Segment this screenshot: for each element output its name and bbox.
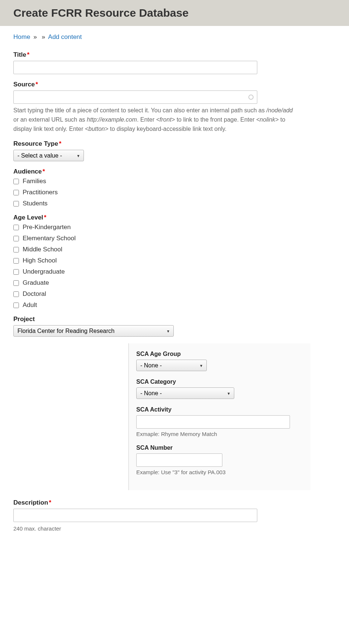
sca-category-field: SCA Category - None - [136,379,310,399]
audience-label: Audience* [13,168,336,175]
description-input[interactable] [13,509,257,522]
sca-age-group-select-wrapper: - None - [136,360,207,371]
project-field-group: Project Florida Center for Reading Resea… [13,316,336,337]
sca-activity-field: SCA Activity Exmaple: Rhyme Memory Match [136,406,310,437]
required-marker: * [27,51,30,58]
required-marker: * [43,168,45,175]
audience-option-label[interactable]: Practitioners [23,189,58,196]
description-label: Description* [13,499,336,506]
description-label-text: Description [13,499,48,506]
resource-type-label: Resource Type* [13,140,336,148]
audience-label-text: Audience [13,168,42,175]
title-label: Title* [13,51,336,59]
audience-checkbox[interactable] [13,190,19,195]
page-header: Create FCRR Resource Database [0,0,349,26]
description-field-group: Description* 240 max. character [13,499,336,533]
age-level-option-label[interactable]: Doctoral [23,290,46,298]
age-level-option-label[interactable]: Graduate [23,279,49,287]
autocomplete-spinner-icon [248,95,254,100]
sca-activity-input[interactable] [136,415,290,429]
breadcrumb-separator: » [42,33,45,40]
sca-number-input[interactable] [136,453,222,467]
title-field-group: Title* [13,51,336,74]
age-level-row: Middle School [13,246,336,253]
project-select[interactable]: Florida Center for Reading Research [13,325,174,337]
age-level-row: Doctoral [13,290,336,298]
audience-options: FamiliesPractitionersStudents [13,178,336,207]
age-level-row: Pre-Kindergarten [13,224,336,231]
age-level-option-label[interactable]: Undergraduate [23,268,65,275]
age-level-checkbox[interactable] [13,247,19,252]
audience-checkbox[interactable] [13,179,19,184]
breadcrumb-separator: » [33,33,37,40]
required-marker: * [36,81,38,88]
audience-checkbox[interactable] [13,201,19,207]
audience-option-label[interactable]: Families [23,178,46,185]
age-level-row: Undergraduate [13,268,336,275]
audience-field-group: Audience* FamiliesPractitionersStudents [13,168,336,207]
age-level-option-label[interactable]: Elementary School [23,235,76,242]
source-input[interactable] [13,90,257,104]
age-level-row: Graduate [13,279,336,287]
description-help: 240 max. character [13,524,296,533]
source-label: Source* [13,81,336,88]
title-input[interactable] [13,61,257,74]
sca-age-group-select[interactable]: - None - [136,360,207,371]
source-help-text: Start typing the title of a piece of con… [13,106,296,133]
age-level-checkbox[interactable] [13,291,19,297]
sca-age-group-label: SCA Age Group [136,351,310,357]
sca-category-select-wrapper: - None - [136,387,234,399]
audience-option-label[interactable]: Students [23,200,48,207]
age-level-checkbox[interactable] [13,225,19,230]
age-level-checkbox[interactable] [13,303,19,308]
age-level-label: Age Level* [13,214,336,221]
age-level-row: High School [13,257,336,264]
age-level-option-label[interactable]: Middle School [23,246,62,253]
required-marker: * [44,214,46,221]
sca-activity-help: Exmaple: Rhyme Memory Match [136,431,310,437]
audience-row: Practitioners [13,189,336,196]
age-level-label-text: Age Level [13,214,43,221]
sca-activity-label: SCA Activity [136,406,310,413]
sca-category-label: SCA Category [136,379,310,385]
project-label: Project [13,316,336,323]
age-level-row: Adult [13,301,336,309]
breadcrumb-add-content[interactable]: Add content [48,33,82,40]
breadcrumb: Home » » Add content [13,33,336,41]
sca-number-help: Example: Use "3" for activity PA.003 [136,469,310,475]
resource-type-select-wrapper: - Select a value - [13,150,84,161]
source-input-wrapper [13,90,257,104]
age-level-field-group: Age Level* Pre-KindergartenElementary Sc… [13,214,336,309]
age-level-option-label[interactable]: Adult [23,301,37,309]
resource-type-field-group: Resource Type* - Select a value - [13,140,336,161]
audience-row: Families [13,178,336,185]
age-level-option-label[interactable]: High School [23,257,57,264]
required-marker: * [59,140,62,147]
page-title: Create FCRR Resource Database [13,7,336,19]
project-select-wrapper: Florida Center for Reading Research [13,325,174,337]
audience-row: Students [13,200,336,207]
sca-category-select[interactable]: - None - [136,387,234,399]
source-label-text: Source [13,81,35,88]
age-level-checkbox[interactable] [13,236,19,241]
content-area: Home » » Add content Title* Source* Star… [0,26,349,547]
sca-number-label: SCA Number [136,445,310,451]
age-level-checkbox[interactable] [13,258,19,264]
sca-section: SCA Age Group - None - SCA Category - No… [128,343,310,490]
age-level-row: Elementary School [13,235,336,242]
resource-type-label-text: Resource Type [13,140,58,147]
source-field-group: Source* Start typing the title of a piec… [13,81,336,133]
breadcrumb-home[interactable]: Home [13,33,30,40]
sca-age-group-field: SCA Age Group - None - [136,351,310,371]
title-label-text: Title [13,51,26,58]
sca-number-field: SCA Number Example: Use "3" for activity… [136,445,310,475]
resource-type-select[interactable]: - Select a value - [13,150,84,161]
age-level-checkbox[interactable] [13,280,19,286]
required-marker: * [49,499,52,506]
age-level-checkbox[interactable] [13,269,19,275]
age-level-option-label[interactable]: Pre-Kindergarten [23,224,71,231]
age-level-options: Pre-KindergartenElementary SchoolMiddle … [13,224,336,309]
